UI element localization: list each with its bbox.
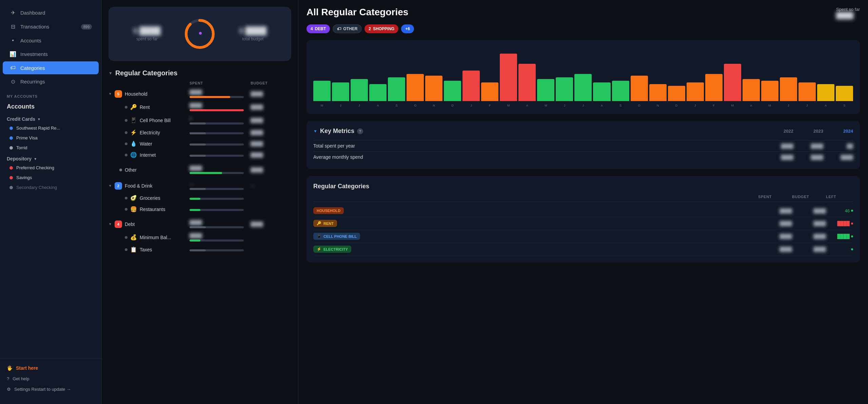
- category-child-row[interactable]: 💧Water████: [108, 138, 291, 149]
- bar-group: [798, 82, 816, 101]
- reg-cat-pill[interactable]: 🔑RENT: [313, 220, 337, 227]
- metrics-chevron[interactable]: [313, 129, 317, 134]
- bar-group: [332, 82, 349, 101]
- category-child-row[interactable]: 🍔Restaurants: [108, 204, 291, 215]
- reg-cat-spent: ████: [758, 234, 792, 239]
- reg-cat-pill-wrapper: 📱CELL PHONE BILL: [313, 233, 758, 240]
- metrics-year-2023: 2023: [796, 129, 823, 134]
- cat-label: Debt: [125, 222, 135, 227]
- metrics-header: Key Metrics ? 2022 2023 2024: [313, 128, 853, 135]
- reg-cat-pill[interactable]: ⚡ELECTRICITY: [313, 246, 351, 253]
- bar-x-label: J: [556, 104, 573, 107]
- category-parent-row[interactable]: 5Household████████: [108, 87, 291, 100]
- bar: [556, 77, 573, 101]
- credit-cards-group[interactable]: Credit Cards: [0, 113, 101, 123]
- reg-cat-row[interactable]: 📱CELL PHONE BILL████████████: [313, 230, 853, 243]
- sidebar-nav-recurrings[interactable]: ⊙Recurrings: [3, 75, 99, 88]
- bar-x-label: O: [407, 104, 424, 107]
- cat-child-label: Rent: [140, 104, 150, 110]
- account-item[interactable]: Southwest Rapid Re...: [0, 123, 101, 133]
- cat-chevron[interactable]: [108, 184, 112, 188]
- reg-cat-row[interactable]: 🔑RENT████████████: [313, 217, 853, 230]
- category-child-row[interactable]: 📱Cell Phone Bill0████: [108, 114, 291, 127]
- reg-cat-left: ████: [826, 221, 853, 226]
- cat-spent-amount: ████: [190, 220, 251, 225]
- category-child-row[interactable]: 🌐Internet████: [108, 149, 291, 160]
- reg-cat-row[interactable]: HOUSEHOLD████████46: [313, 205, 853, 217]
- bar: [313, 81, 331, 101]
- cat-child-budget: ████: [251, 152, 291, 157]
- cat-number: 2: [115, 182, 122, 190]
- metrics-value: ████: [796, 143, 823, 149]
- categories-list: 5Household████████🔑Rent████████📱Cell Pho…: [108, 87, 291, 255]
- cat-child-emoji: 🍔: [130, 206, 137, 212]
- pill-plus[interactable]: +6: [401, 24, 414, 33]
- categories-label: Categories: [20, 65, 45, 71]
- category-child-row[interactable]: 🥑Groceries: [108, 192, 291, 204]
- category-child-row[interactable]: 🔑Rent████████: [108, 100, 291, 114]
- bar-x-label: J: [687, 104, 704, 107]
- cat-child-spent-cell: [190, 131, 251, 134]
- depository-group[interactable]: Depository: [0, 153, 101, 163]
- pill-other[interactable]: 🏷 OTHER: [333, 24, 362, 33]
- metrics-help-icon[interactable]: ?: [357, 128, 363, 134]
- sidebar-nav-transactions[interactable]: ⊟Transactions899: [3, 20, 99, 33]
- account-item[interactable]: Prime Visa: [0, 133, 101, 143]
- cat-label: Food & Drink: [125, 183, 153, 189]
- sidebar: ✈Dashboard⊟Transactions899▪Accounts📊Inve…: [0, 0, 102, 404]
- pill-shopping-number: 2: [369, 26, 371, 31]
- budget-total-amount: $ ████: [239, 26, 267, 35]
- bar-group: [761, 81, 778, 101]
- cat-child-spent-cell: ████: [190, 103, 251, 111]
- progress-bar: [190, 96, 230, 98]
- metrics-row-label: Total spent per year: [313, 143, 766, 149]
- bar-x-label: J: [351, 104, 368, 107]
- child-progress-bar: [190, 109, 244, 111]
- category-parent-row[interactable]: 2Food & Drink——: [108, 179, 291, 192]
- reg-cat-pill[interactable]: HOUSEHOLD: [313, 207, 344, 214]
- metrics-title: Key Metrics ?: [313, 128, 363, 135]
- right-panel-title: All Regular Categories: [307, 7, 408, 18]
- sidebar-bottom-get-help[interactable]: ?Get help: [0, 373, 101, 384]
- regular-categories-chevron[interactable]: [108, 71, 113, 76]
- account-item[interactable]: Secondary Checking: [0, 182, 101, 192]
- account-item[interactable]: Preferred Checking: [0, 163, 101, 173]
- category-child-row[interactable]: ⚡Electricity████: [108, 127, 291, 138]
- bar: [462, 71, 480, 101]
- sidebar-nav-dashboard[interactable]: ✈Dashboard: [3, 6, 99, 19]
- reg-cat-row[interactable]: ⚡ELECTRICITY████████: [313, 243, 853, 256]
- metrics-row-values: ██████████: [766, 143, 853, 149]
- reg-cat-pill[interactable]: 📱CELL PHONE BILL: [313, 233, 360, 240]
- reg-cat-left: ████: [826, 234, 853, 239]
- sidebar-nav-categories[interactable]: 🏷Categories: [3, 61, 99, 74]
- bar: [574, 74, 592, 101]
- start-here-label: Start here: [16, 365, 38, 371]
- category-parent-row[interactable]: Other████████: [108, 163, 291, 176]
- pill-debt[interactable]: 4 DEBT: [307, 24, 330, 33]
- metrics-row: Average monthly spend████████████: [313, 151, 853, 162]
- sidebar-nav-investments[interactable]: 📊Investments: [3, 47, 99, 61]
- spent-so-far-block: Spent so far ████: [836, 7, 860, 19]
- cat-chevron[interactable]: [108, 222, 112, 226]
- pill-shopping[interactable]: 2 SHOPPING: [364, 24, 398, 33]
- category-child-row[interactable]: 💰Minimum Bal...████: [108, 231, 291, 244]
- account-item[interactable]: Savings: [0, 173, 101, 182]
- cat-chevron[interactable]: [108, 92, 112, 96]
- category-parent-row[interactable]: 4Debt████████: [108, 217, 291, 231]
- cat-child-name-cell: 🥑Groceries: [108, 195, 190, 201]
- category-child-row[interactable]: 📋Taxes: [108, 244, 291, 255]
- col-headers: SPENT BUDGET: [108, 81, 291, 87]
- categories-icon: 🏷: [9, 65, 16, 71]
- bar-x-label: F: [481, 104, 498, 107]
- sidebar-nav-accounts[interactable]: ▪Accounts: [3, 34, 99, 47]
- cat-number: 4: [115, 220, 122, 228]
- account-item[interactable]: Torrid: [0, 143, 101, 153]
- cat-child-name-cell: 💰Minimum Bal...: [108, 234, 190, 241]
- bar: [687, 82, 704, 101]
- budget-donut: [183, 17, 217, 51]
- cat-child-label: Internet: [140, 152, 156, 158]
- sidebar-bottom-settings[interactable]: ⚙Settings Restart to update →: [0, 384, 101, 395]
- right-panel-header: All Regular Categories Spent so far ████: [307, 7, 860, 19]
- sidebar-bottom-start-here[interactable]: 🖐Start here: [0, 363, 101, 373]
- cat-child-budget: ████: [251, 130, 291, 135]
